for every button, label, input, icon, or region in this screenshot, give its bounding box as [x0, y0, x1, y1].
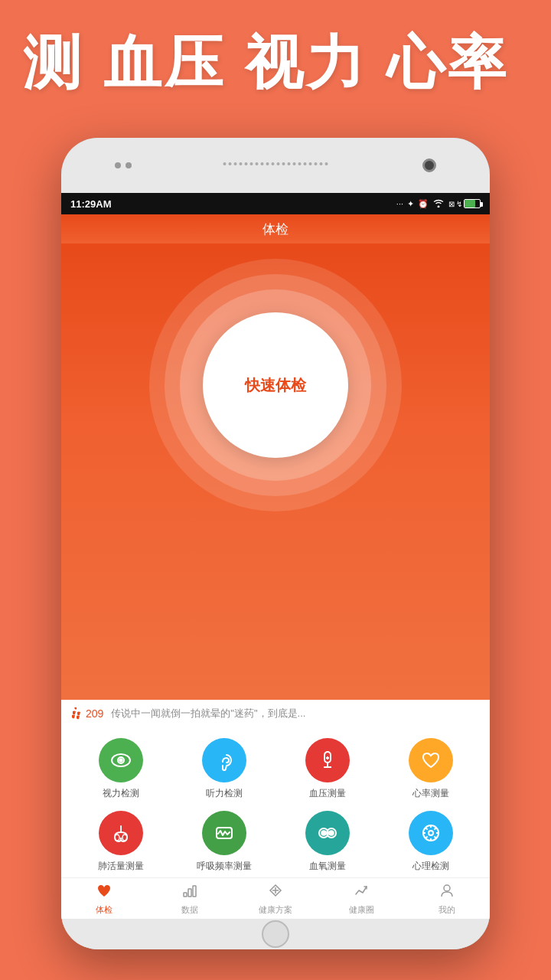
grille-dot — [266, 162, 269, 165]
home-button[interactable] — [262, 920, 289, 948]
svg-line-24 — [425, 836, 427, 838]
quick-exam-label: 快速体检 — [245, 375, 306, 396]
quick-exam-area[interactable]: 快速体检 — [61, 243, 490, 511]
phone-top-hardware — [61, 138, 490, 193]
nav-health-circle-icon — [353, 882, 370, 903]
status-icons: ··· ✦ ⏰ ⊠ ↯ — [396, 198, 481, 209]
feature-lung[interactable]: 肺活量测量 — [69, 811, 172, 873]
grille-dot — [282, 162, 285, 165]
heart-rate-label: 心率测量 — [412, 787, 449, 800]
status-bar: 11:29AM ··· ✦ ⏰ ⊠ ↯ — [61, 193, 490, 214]
feature-blood-oxygen[interactable]: 血氧测量 — [276, 811, 379, 873]
nav-health-plan-label: 健康方案 — [259, 904, 292, 916]
nav-health-plan-icon — [267, 882, 284, 903]
status-time: 11:29AM — [70, 198, 111, 210]
news-ticker: 传说中一闻就倒一拍就晕的"迷药"，到底是... — [111, 707, 305, 720]
feature-heart-rate[interactable]: 心率测量 — [379, 738, 482, 800]
nav-data-icon — [181, 882, 198, 903]
bottom-nav: 体检 数据 — [61, 877, 490, 919]
breathing-icon-bg — [202, 811, 246, 855]
speaker-dot — [115, 162, 121, 168]
blood-pressure-label: 血压测量 — [309, 787, 346, 800]
ring-1: 快速体检 — [149, 259, 402, 511]
battery-icon: ⊠ ↯ — [448, 199, 481, 208]
svg-rect-25 — [184, 893, 187, 897]
speaker-dots — [115, 162, 132, 168]
signal-icon: ··· — [396, 199, 403, 208]
svg-rect-26 — [188, 889, 191, 897]
blood-pressure-icon-bg — [305, 738, 350, 782]
phone-bottom-hardware — [61, 919, 490, 949]
grille-dot — [309, 162, 312, 165]
svg-line-22 — [434, 836, 435, 838]
steps-count: 209 — [86, 707, 103, 720]
nav-data[interactable]: 数据 — [147, 878, 233, 919]
grille-dot — [234, 162, 237, 165]
hearing-icon-bg — [202, 738, 246, 782]
lung-label: 肺活量测量 — [98, 860, 144, 873]
feature-breathing[interactable]: 呼吸频率测量 — [172, 811, 276, 873]
speaker-dot — [126, 162, 132, 168]
blood-oxygen-icon-bg — [305, 811, 350, 855]
feature-hearing[interactable]: 听力检测 — [172, 738, 276, 800]
app-main: 快速体检 — [61, 243, 490, 700]
nav-exam[interactable]: 体检 — [61, 878, 147, 919]
grille-dot — [272, 162, 275, 165]
psychology-label: 心理检测 — [412, 860, 449, 873]
nav-health-circle[interactable]: 健康圈 — [318, 878, 404, 919]
feature-blood-pressure[interactable]: 血压测量 — [276, 738, 379, 800]
feature-grid: 视力检测 听力检测 — [61, 727, 490, 877]
svg-line-21 — [425, 828, 427, 830]
psychology-icon-bg — [409, 811, 453, 855]
svg-point-2 — [119, 760, 122, 762]
alarm-icon: ⏰ — [418, 199, 429, 209]
svg-point-14 — [329, 831, 333, 835]
breathing-label: 呼吸频率测量 — [197, 860, 252, 873]
nav-health-plan[interactable]: 健康方案 — [233, 878, 318, 919]
svg-point-30 — [444, 885, 450, 891]
speaker-grille — [223, 162, 328, 165]
grille-dot — [320, 162, 323, 165]
svg-line-23 — [434, 828, 435, 830]
grille-dot — [298, 162, 302, 165]
lung-icon-bg — [99, 811, 143, 855]
grille-dot — [304, 162, 307, 165]
phone-frame: 11:29AM ··· ✦ ⏰ ⊠ ↯ — [61, 138, 490, 949]
steps-display: 209 — [70, 707, 103, 720]
grille-dot — [261, 162, 264, 165]
grille-dot — [293, 162, 296, 165]
bluetooth-icon: ✦ — [407, 199, 414, 209]
nav-exam-label: 体检 — [96, 904, 112, 916]
nav-mine-label: 我的 — [439, 904, 455, 916]
nav-mine[interactable]: 我的 — [404, 878, 490, 919]
hearing-label: 听力检测 — [206, 787, 243, 800]
blood-oxygen-label: 血氧测量 — [309, 860, 346, 873]
grille-dot — [315, 162, 318, 165]
grille-dot — [288, 162, 291, 165]
grille-dot — [223, 162, 227, 165]
svg-point-13 — [321, 831, 325, 835]
quick-exam-button[interactable]: 快速体检 — [203, 312, 348, 458]
phone-screen: 11:29AM ··· ✦ ⏰ ⊠ ↯ — [61, 193, 490, 919]
app-header: 体检 — [61, 214, 490, 243]
grille-dot — [325, 162, 328, 165]
grille-dot — [277, 162, 280, 165]
hero-title: 测 血压 视力 心率 — [23, 31, 528, 95]
ring-3: 快速体检 — [180, 289, 371, 481]
vision-label: 视力检测 — [103, 787, 139, 800]
front-camera — [422, 158, 436, 172]
nav-exam-icon — [96, 882, 112, 903]
feature-vision[interactable]: 视力检测 — [69, 738, 172, 800]
svg-point-16 — [429, 831, 433, 835]
nav-data-label: 数据 — [181, 904, 198, 916]
feature-psychology[interactable]: 心理检测 — [379, 811, 482, 873]
nav-mine-icon — [439, 882, 455, 903]
svg-rect-27 — [193, 886, 196, 897]
ticker-bar: 209 传说中一闻就倒一拍就晕的"迷药"，到底是... — [61, 700, 490, 727]
grille-dot — [245, 162, 248, 165]
grille-dot — [250, 162, 253, 165]
app-header-title: 体检 — [262, 220, 289, 238]
nav-health-circle-label: 健康圈 — [349, 904, 374, 916]
grille-dot — [240, 162, 243, 165]
heart-rate-icon-bg — [409, 738, 453, 782]
